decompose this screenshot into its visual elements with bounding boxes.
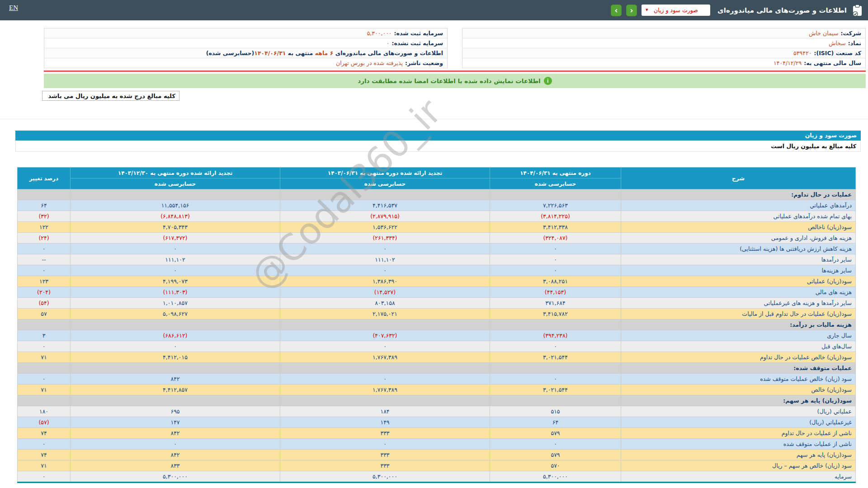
row-value: (۱۴,۵۲۷) — [280, 287, 490, 298]
language-toggle-en[interactable]: EN — [9, 4, 18, 12]
row-value: ۱,۵۳۶,۶۲۲ — [280, 222, 490, 233]
row-label: سود(زیان) عملیاتی — [621, 276, 856, 287]
company-info-row: نماد:سخاش — [462, 38, 865, 48]
income-statement-table-wrap: شرح دوره منتهی به ۱۴۰۴/۰۶/۳۱ تجدید ارائه… — [17, 167, 855, 483]
row-value: (۵۷) — [18, 417, 71, 428]
row-value: ۳,۰۸۸,۲۵۱ — [490, 276, 621, 287]
row-value: ۱۴۷ — [71, 417, 280, 428]
section-empty-cell — [280, 363, 490, 374]
clipboard-check-icon — [852, 4, 863, 17]
row-value: -- — [18, 254, 71, 265]
row-value: ۰ — [18, 341, 71, 352]
row-value: ۴,۱۹۹,۰۷۳ — [71, 276, 280, 287]
row-value: ۰ — [280, 265, 490, 276]
row-label: سود(زیان) خالص عملیات در حال تداوم — [621, 352, 856, 363]
statement-type-dropdown[interactable]: ▾ صورت سود و زیان — [642, 5, 710, 16]
row-value: ۳۳۳ — [280, 450, 490, 460]
page-title: اطلاعات و صورت‌های مالی میاندوره‌ای — [717, 6, 847, 14]
company-info-section: سرمایه ثبت شده:۵,۳۰۰,۰۰۰سرمایه ثبت نشده:… — [44, 28, 866, 68]
table-row: سود (زیان) خالص هر سهم – ریال۵۷۰۳۳۳۸۳۳۷۱ — [18, 460, 856, 471]
table-row: سال جاری(۳۹۴,۲۳۸)(۴۰۷,۶۳۲)(۶۸۶,۶۱۲)۳ — [18, 330, 856, 341]
units-note-box: کلیه مبالغ درج شده به میلیون ریال می باش… — [42, 91, 179, 101]
info-static-text: اطلاعات و صورت‌های مالی میاندوره‌ای — [333, 50, 443, 56]
info-accent-text: ۶ ماهه — [315, 50, 334, 56]
section-empty-cell — [71, 395, 280, 406]
row-value: ۷۴ — [18, 450, 71, 460]
row-value: (۶,۸۴۸,۸۱۳) — [71, 211, 280, 222]
row-value: (۲۰۴) — [18, 287, 71, 298]
chevron-down-icon: ▾ — [646, 7, 648, 13]
row-value: ۳,۴۱۵,۷۸۲ — [490, 309, 621, 319]
row-value: ۱۸۰ — [18, 406, 71, 417]
row-value: ۷۱ — [18, 460, 71, 471]
row-value: ۰ — [490, 244, 621, 254]
section-label: سود(زیان) پایه هر سهم: — [621, 395, 856, 406]
row-value: ۰ — [18, 439, 71, 450]
info-value: ۵۳۹۴۲۰ — [793, 50, 811, 56]
row-value: (۵۴) — [18, 298, 71, 309]
row-value: ۵,۰۹۸,۶۲۷ — [71, 309, 280, 319]
row-value: ۵۷۹ — [490, 450, 621, 460]
section-empty-cell — [71, 319, 280, 330]
section-header-row: هزینه مالیات بر درآمد: — [18, 319, 856, 330]
topbar-controls: ‹ › ▾ صورت سود و زیان اطلاعات و صورت‌های… — [611, 0, 863, 20]
info-value: ۱۴۰۴/۱۲/۲۹ — [774, 60, 802, 66]
section-empty-cell — [280, 395, 490, 406]
table-row: سود(زیان) عملیاتی۳,۰۸۸,۲۵۱۱,۳۸۶,۳۹۰۴,۱۹۹… — [18, 276, 856, 287]
row-value: ۷,۲۲۶,۵۶۳ — [490, 200, 621, 211]
row-value: ۱۲۲ — [18, 222, 71, 233]
company-info-row: شرکت:سیمان خاش — [462, 28, 865, 38]
row-value: ۸۴۲ — [71, 374, 280, 385]
section-empty-cell — [490, 395, 621, 406]
row-value: ۰ — [280, 374, 490, 385]
row-label: سود(زیان) ناخالص — [621, 222, 856, 233]
info-accent-text: ۱۴۰۴/۰۶/۳۱ — [254, 50, 286, 56]
col-header-percent-change: درصد تغییر — [18, 168, 71, 189]
row-value: ۰ — [71, 244, 280, 254]
section-empty-cell — [280, 319, 490, 330]
prev-statement-button[interactable]: ‹ — [611, 5, 622, 16]
section-header-row: سود(زیان) پایه هر سهم: — [18, 395, 856, 406]
section-label: هزینه مالیات بر درآمد: — [621, 319, 856, 330]
info-label: سرمایه ثبت نشده: — [392, 40, 443, 47]
row-label: عملیاتي (ریال) — [621, 406, 856, 417]
row-value: ۵۷ — [18, 309, 71, 319]
table-row: غیرعملیاتي (ریال)۶۴۱۴۹۱۴۷(۵۷) — [18, 417, 856, 428]
table-row: بهای تمام شده درآمدهای عملیاتی(۳,۸۱۴,۲۲۵… — [18, 211, 856, 222]
info-value: ۵,۳۰۰,۰۰۰ — [367, 30, 392, 37]
row-label: غیرعملیاتي (ریال) — [621, 417, 856, 428]
row-label: سود(زیان) عملیات در حال تداوم قبل از مال… — [621, 309, 856, 319]
row-value: ۰ — [280, 341, 490, 352]
section-header-row: عملیات متوقف شده: — [18, 363, 856, 374]
red-divider-line — [44, 70, 866, 72]
statement-type-value: صورت سود و زیان — [654, 7, 698, 14]
row-value: ۷۱ — [18, 352, 71, 363]
row-value: ۰ — [280, 439, 490, 450]
table-row: سایر درآمدها۰۱۱۱,۱۰۲۱۱۱,۱۰۲-- — [18, 254, 856, 265]
company-info-row: اطلاعات و صورت‌های مالی میاندوره‌ای ۶ ما… — [44, 48, 447, 58]
row-value: (۳۹۴,۲۳۸) — [490, 330, 621, 341]
info-label: شرکت: — [840, 30, 861, 37]
table-row: هزینه کاهش ارزش دریافتنی ها (هزینه استثن… — [18, 244, 856, 254]
table-row: ناشی از عملیات متوقف شده۰۰۰۰ — [18, 439, 856, 450]
row-value: ۱۱,۵۵۴,۱۵۶ — [71, 200, 280, 211]
table-row: سود(زیان) ناخالص۳,۴۱۲,۳۳۸۱,۵۳۶,۶۲۲۴,۷۰۵,… — [18, 222, 856, 233]
section-label: عملیات در حال تداوم: — [621, 189, 856, 200]
info-label: سرمایه ثبت شده: — [394, 30, 443, 37]
statement-title-bar: صورت سود و زیان — [15, 131, 861, 141]
row-value: (۴۰۷,۶۳۲) — [280, 330, 490, 341]
signature-notice-bar: i اطلاعات نمایش داده شده با اطلاعات امضا… — [44, 74, 866, 88]
row-value: (۴۴,۱۵۳) — [490, 287, 621, 298]
next-statement-button[interactable]: › — [626, 5, 637, 16]
section-empty-cell — [490, 363, 621, 374]
info-value: سخاش — [829, 40, 846, 47]
table-row: سود(زیان) پایه هر سهم۵۷۹۳۳۳۸۴۲۷۴ — [18, 450, 856, 460]
row-value: ۱۲۳ — [18, 276, 71, 287]
col-header-period-restated-annual: تجدید ارائه شده دوره منتهی به ۱۴۰۳/۱۲/۳۰ — [71, 168, 280, 178]
row-label: سایر درآمدها — [621, 254, 856, 265]
row-value: (۶۸۶,۶۱۲) — [71, 330, 280, 341]
row-value: ۶۴ — [490, 417, 621, 428]
row-value: (۳۲۴,۰۸۷) — [490, 233, 621, 244]
row-value: ۶۴ — [18, 200, 71, 211]
row-label: سود(زیان) پایه هر سهم — [621, 450, 856, 460]
